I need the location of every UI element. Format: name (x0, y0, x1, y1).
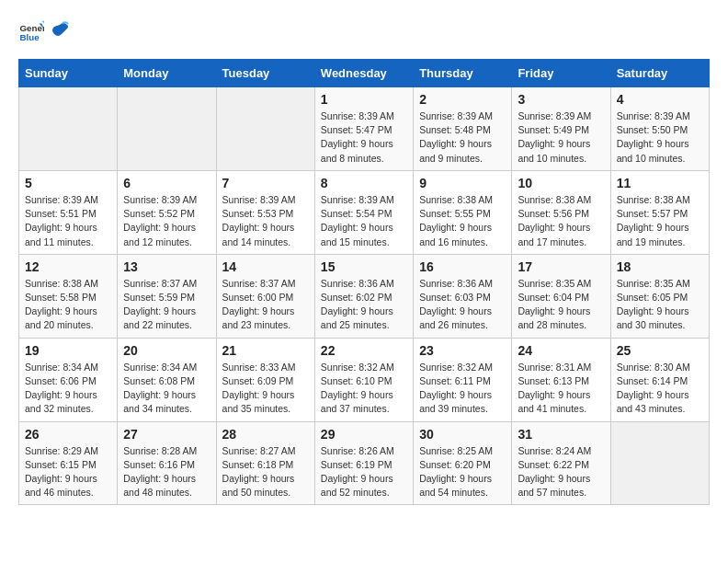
day-info: Sunrise: 8:39 AM Sunset: 5:48 PM Dayligh… (419, 109, 506, 166)
week-row-2: 5Sunrise: 8:39 AM Sunset: 5:51 PM Daylig… (19, 170, 710, 254)
logo: General Blue (18, 18, 69, 44)
day-cell: 25Sunrise: 8:30 AM Sunset: 6:14 PM Dayli… (610, 338, 709, 421)
week-row-1: 1Sunrise: 8:39 AM Sunset: 5:47 PM Daylig… (19, 87, 710, 171)
weekday-header-monday: Monday (118, 60, 216, 87)
day-info: Sunrise: 8:27 AM Sunset: 6:18 PM Dayligh… (222, 444, 309, 500)
weekday-header-wednesday: Wednesday (314, 60, 413, 87)
day-cell: 31Sunrise: 8:24 AM Sunset: 6:22 PM Dayli… (512, 421, 610, 505)
day-info: Sunrise: 8:39 AM Sunset: 5:47 PM Dayligh… (321, 109, 407, 166)
day-cell: 22Sunrise: 8:32 AM Sunset: 6:10 PM Dayli… (314, 338, 413, 421)
day-cell: 20Sunrise: 8:34 AM Sunset: 6:08 PM Dayli… (118, 338, 216, 421)
day-info: Sunrise: 8:36 AM Sunset: 6:03 PM Dayligh… (419, 277, 506, 333)
day-info: Sunrise: 8:38 AM Sunset: 5:57 PM Dayligh… (617, 193, 703, 249)
day-number: 11 (617, 176, 703, 190)
day-info: Sunrise: 8:24 AM Sunset: 6:22 PM Dayligh… (518, 444, 604, 500)
day-number: 30 (419, 427, 506, 442)
day-info: Sunrise: 8:28 AM Sunset: 6:16 PM Dayligh… (123, 444, 210, 500)
day-info: Sunrise: 8:25 AM Sunset: 6:20 PM Dayligh… (419, 444, 506, 500)
day-info: Sunrise: 8:38 AM Sunset: 5:58 PM Dayligh… (25, 277, 111, 333)
day-cell (610, 421, 709, 505)
day-cell: 6Sunrise: 8:39 AM Sunset: 5:52 PM Daylig… (118, 170, 216, 254)
day-number: 19 (25, 343, 111, 358)
day-number: 29 (321, 427, 407, 442)
day-number: 23 (419, 343, 506, 358)
day-cell: 8Sunrise: 8:39 AM Sunset: 5:54 PM Daylig… (314, 170, 413, 254)
day-cell: 23Sunrise: 8:32 AM Sunset: 6:11 PM Dayli… (414, 338, 512, 421)
day-info: Sunrise: 8:33 AM Sunset: 6:09 PM Dayligh… (222, 361, 309, 417)
day-cell: 13Sunrise: 8:37 AM Sunset: 5:59 PM Dayli… (118, 254, 216, 338)
day-info: Sunrise: 8:35 AM Sunset: 6:04 PM Dayligh… (518, 277, 604, 333)
day-number: 1 (321, 92, 407, 107)
day-cell: 17Sunrise: 8:35 AM Sunset: 6:04 PM Dayli… (512, 254, 610, 338)
day-info: Sunrise: 8:35 AM Sunset: 6:05 PM Dayligh… (617, 277, 703, 333)
day-cell (216, 87, 314, 171)
day-cell: 18Sunrise: 8:35 AM Sunset: 6:05 PM Dayli… (610, 254, 709, 338)
day-number: 21 (222, 343, 309, 358)
day-info: Sunrise: 8:39 AM Sunset: 5:54 PM Dayligh… (321, 193, 407, 249)
day-number: 2 (419, 92, 506, 107)
day-info: Sunrise: 8:36 AM Sunset: 6:02 PM Dayligh… (321, 277, 407, 333)
day-number: 17 (518, 259, 604, 274)
day-cell: 5Sunrise: 8:39 AM Sunset: 5:51 PM Daylig… (19, 170, 118, 254)
logo-wave-icon (49, 21, 69, 41)
day-info: Sunrise: 8:38 AM Sunset: 5:56 PM Dayligh… (518, 193, 604, 249)
day-info: Sunrise: 8:30 AM Sunset: 6:14 PM Dayligh… (617, 361, 703, 417)
header: General Blue (18, 18, 710, 44)
weekday-header-friday: Friday (512, 60, 610, 87)
day-cell: 3Sunrise: 8:39 AM Sunset: 5:49 PM Daylig… (512, 87, 610, 171)
day-info: Sunrise: 8:34 AM Sunset: 6:06 PM Dayligh… (25, 361, 111, 417)
day-cell: 14Sunrise: 8:37 AM Sunset: 6:00 PM Dayli… (216, 254, 314, 338)
day-cell: 2Sunrise: 8:39 AM Sunset: 5:48 PM Daylig… (414, 87, 512, 171)
day-number: 7 (222, 176, 309, 190)
day-cell: 28Sunrise: 8:27 AM Sunset: 6:18 PM Dayli… (216, 421, 314, 505)
day-cell: 1Sunrise: 8:39 AM Sunset: 5:47 PM Daylig… (314, 87, 413, 171)
logo-icon: General Blue (18, 18, 44, 44)
day-number: 15 (321, 259, 407, 274)
weekday-header-thursday: Thursday (414, 60, 512, 87)
day-info: Sunrise: 8:29 AM Sunset: 6:15 PM Dayligh… (25, 444, 111, 500)
day-number: 18 (617, 259, 703, 274)
calendar-table: SundayMondayTuesdayWednesdayThursdayFrid… (18, 59, 710, 505)
week-row-3: 12Sunrise: 8:38 AM Sunset: 5:58 PM Dayli… (19, 254, 710, 338)
day-number: 5 (25, 176, 111, 190)
day-cell: 12Sunrise: 8:38 AM Sunset: 5:58 PM Dayli… (19, 254, 118, 338)
day-info: Sunrise: 8:34 AM Sunset: 6:08 PM Dayligh… (123, 361, 210, 417)
day-cell: 9Sunrise: 8:38 AM Sunset: 5:55 PM Daylig… (414, 170, 512, 254)
weekday-header-sunday: Sunday (19, 60, 118, 87)
week-row-4: 19Sunrise: 8:34 AM Sunset: 6:06 PM Dayli… (19, 338, 710, 421)
day-info: Sunrise: 8:39 AM Sunset: 5:50 PM Dayligh… (617, 109, 703, 166)
day-cell: 4Sunrise: 8:39 AM Sunset: 5:50 PM Daylig… (610, 87, 709, 171)
day-cell: 24Sunrise: 8:31 AM Sunset: 6:13 PM Dayli… (512, 338, 610, 421)
day-info: Sunrise: 8:38 AM Sunset: 5:55 PM Dayligh… (419, 193, 506, 249)
day-number: 12 (25, 259, 111, 274)
day-info: Sunrise: 8:39 AM Sunset: 5:52 PM Dayligh… (123, 193, 210, 249)
day-info: Sunrise: 8:39 AM Sunset: 5:49 PM Dayligh… (518, 109, 604, 166)
day-cell: 29Sunrise: 8:26 AM Sunset: 6:19 PM Dayli… (314, 421, 413, 505)
day-number: 3 (518, 92, 604, 107)
day-cell: 19Sunrise: 8:34 AM Sunset: 6:06 PM Dayli… (19, 338, 118, 421)
day-number: 22 (321, 343, 407, 358)
day-info: Sunrise: 8:32 AM Sunset: 6:11 PM Dayligh… (419, 361, 506, 417)
day-cell: 21Sunrise: 8:33 AM Sunset: 6:09 PM Dayli… (216, 338, 314, 421)
day-number: 16 (419, 259, 506, 274)
day-info: Sunrise: 8:39 AM Sunset: 5:53 PM Dayligh… (222, 193, 309, 249)
day-number: 27 (123, 427, 210, 442)
day-number: 14 (222, 259, 309, 274)
day-cell: 26Sunrise: 8:29 AM Sunset: 6:15 PM Dayli… (19, 421, 118, 505)
day-cell (19, 87, 118, 171)
day-number: 13 (123, 259, 210, 274)
day-number: 31 (518, 427, 604, 442)
day-info: Sunrise: 8:37 AM Sunset: 6:00 PM Dayligh… (222, 277, 309, 333)
day-cell: 30Sunrise: 8:25 AM Sunset: 6:20 PM Dayli… (414, 421, 512, 505)
day-info: Sunrise: 8:31 AM Sunset: 6:13 PM Dayligh… (518, 361, 604, 417)
day-number: 20 (123, 343, 210, 358)
day-cell: 11Sunrise: 8:38 AM Sunset: 5:57 PM Dayli… (610, 170, 709, 254)
day-number: 25 (617, 343, 703, 358)
day-cell (118, 87, 216, 171)
day-info: Sunrise: 8:32 AM Sunset: 6:10 PM Dayligh… (321, 361, 407, 417)
weekday-header-tuesday: Tuesday (216, 60, 314, 87)
day-number: 4 (617, 92, 703, 107)
day-number: 10 (518, 176, 604, 190)
day-cell: 16Sunrise: 8:36 AM Sunset: 6:03 PM Dayli… (414, 254, 512, 338)
week-row-5: 26Sunrise: 8:29 AM Sunset: 6:15 PM Dayli… (19, 421, 710, 505)
